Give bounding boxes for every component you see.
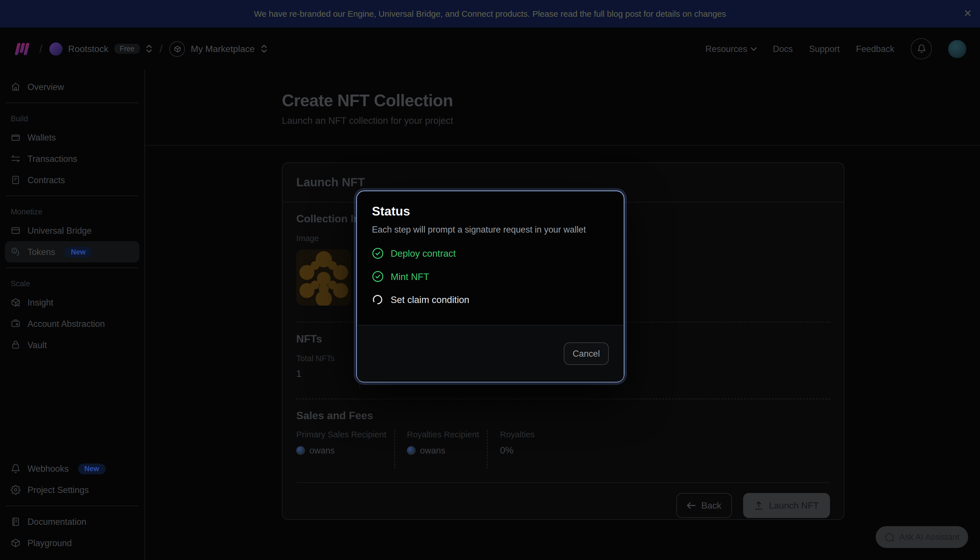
sales-fees-section: Sales and Fees Primary Sales Recipient o…	[283, 399, 844, 483]
sidebar-item-tokens[interactable]: Tokens New	[5, 241, 140, 262]
new-badge: New	[78, 463, 105, 474]
modal-subtitle: Each step will prompt a signature reques…	[372, 224, 609, 234]
breadcrumb-separator: /	[159, 42, 162, 55]
sidebar-item-webhooks[interactable]: Webhooks New	[5, 458, 140, 479]
chat-bubble-icon	[884, 532, 894, 542]
thirdweb-logo[interactable]	[13, 42, 32, 56]
bridge-card-icon	[10, 225, 20, 235]
sidebar-item-insight[interactable]: Insight	[5, 292, 140, 313]
page-title: Create NFT Collection	[282, 91, 453, 110]
project-icon	[170, 41, 185, 57]
spinner-icon	[372, 293, 384, 305]
nav-feedback[interactable]: Feedback	[856, 44, 894, 54]
sidebar-item-wallets[interactable]: Wallets	[5, 127, 140, 148]
divider	[6, 505, 139, 506]
new-badge: New	[65, 247, 92, 257]
bell-icon	[917, 44, 926, 54]
breadcrumb: / Rootstock Free / My Marketplace	[13, 41, 267, 57]
breadcrumb-separator: /	[40, 42, 43, 55]
avatar	[407, 446, 415, 455]
divider	[6, 103, 139, 103]
back-button[interactable]: Back	[676, 493, 732, 518]
modal-title: Status	[372, 204, 609, 219]
divider	[6, 196, 139, 196]
step-mint-nft: Mint NFT	[372, 265, 609, 288]
card-footer: Back Launch NFT	[283, 483, 844, 528]
sidebar-item-universal-bridge[interactable]: Universal Bridge	[5, 220, 140, 242]
book-icon	[10, 517, 20, 527]
sidebar-item-project-settings[interactable]: Project Settings	[5, 479, 140, 501]
avatar	[296, 446, 305, 455]
main-content: Create NFT Collection Launch an NFT coll…	[145, 70, 980, 560]
sidebar-item-contracts[interactable]: Contracts	[5, 169, 140, 190]
home-icon	[10, 82, 20, 92]
total-nfts-stat: Total NFTs 1	[296, 353, 346, 388]
chevron-up-down-icon	[260, 44, 267, 53]
sidebar-item-transactions[interactable]: Transactions	[5, 148, 140, 169]
header-nav: Resources Docs Support Feedback	[705, 38, 966, 59]
royalties-recipient: Royalties Recipient owans	[395, 430, 487, 468]
sidebar-item-vault[interactable]: Vault	[5, 334, 140, 355]
app-root: We have re-branded our Engine, Universal…	[0, 0, 980, 560]
contract-icon	[10, 175, 20, 185]
chevron-down-icon	[750, 47, 757, 51]
wallet-icon	[10, 132, 20, 142]
nav-resources[interactable]: Resources	[705, 44, 757, 54]
sidebar-spacer	[5, 355, 140, 458]
user-avatar[interactable]	[948, 40, 967, 58]
back-arrow-icon	[687, 502, 696, 509]
gear-icon	[10, 485, 20, 495]
divider	[6, 268, 139, 268]
sidebar-group-monetize: Monetize	[5, 207, 140, 216]
chevron-up-down-icon	[146, 44, 153, 53]
section-heading: Sales and Fees	[296, 410, 830, 422]
step-list: Deploy contract Mint NFT Set claim condi…	[372, 242, 609, 311]
project-switcher[interactable]	[260, 44, 267, 53]
close-icon[interactable]: ✕	[963, 9, 972, 19]
divider	[145, 145, 980, 145]
sidebar-item-playground[interactable]: Playground	[5, 532, 140, 554]
sidebar: Overview Build Wallets Transactions Cont…	[0, 70, 145, 560]
notifications-button[interactable]	[911, 38, 932, 59]
top-navbar: / Rootstock Free / My Marketplace	[0, 28, 980, 70]
royalties-percentage: Royalties 0%	[487, 430, 535, 468]
sidebar-item-overview[interactable]: Overview	[5, 76, 140, 97]
modal-body: Status Each step will prompt a signature…	[357, 191, 624, 311]
page-subtitle: Launch an NFT collection for your projec…	[282, 115, 453, 125]
project-name[interactable]: My Marketplace	[191, 44, 255, 54]
coins-icon	[10, 247, 20, 257]
bell-icon	[10, 464, 20, 474]
cube-icon	[173, 45, 181, 53]
launch-nft-button[interactable]: Launch NFT	[743, 493, 830, 518]
insight-box-icon	[10, 297, 20, 307]
step-deploy-contract: Deploy contract	[372, 242, 609, 265]
sales-columns: Primary Sales Recipient owans Royalties …	[296, 430, 830, 468]
sidebar-item-documentation[interactable]: Documentation	[5, 511, 140, 532]
step-set-claim-condition: Set claim condition	[372, 288, 609, 311]
team-avatar[interactable]	[50, 42, 62, 55]
sidebar-item-account-abstraction[interactable]: Account Abstraction	[5, 313, 140, 334]
team-switcher[interactable]	[146, 44, 153, 53]
transactions-icon	[10, 153, 20, 163]
lock-icon	[10, 340, 20, 350]
ask-ai-assistant-button[interactable]: Ask AI Assistant	[876, 526, 968, 548]
account-abstraction-icon	[10, 318, 20, 328]
announcement-text: We have re-branded our Engine, Universal…	[254, 9, 726, 18]
announcement-banner: We have re-branded our Engine, Universal…	[0, 0, 980, 28]
nav-docs[interactable]: Docs	[773, 44, 793, 54]
cancel-button[interactable]: Cancel	[564, 342, 609, 365]
sidebar-group-scale: Scale	[5, 280, 140, 288]
modal-footer: Cancel	[357, 325, 624, 382]
nav-support[interactable]: Support	[809, 44, 840, 54]
sidebar-group-build: Build	[5, 115, 140, 123]
status-modal: Status Each step will prompt a signature…	[356, 190, 624, 382]
check-circle-icon	[372, 271, 384, 283]
collection-image-thumbnail	[296, 249, 352, 305]
primary-sales-recipient: Primary Sales Recipient owans	[296, 430, 394, 468]
cube-icon	[10, 538, 20, 548]
check-circle-icon	[372, 247, 384, 259]
plan-badge: Free	[114, 44, 140, 54]
team-name[interactable]: Rootstock	[68, 44, 108, 54]
upload-icon	[755, 501, 763, 510]
